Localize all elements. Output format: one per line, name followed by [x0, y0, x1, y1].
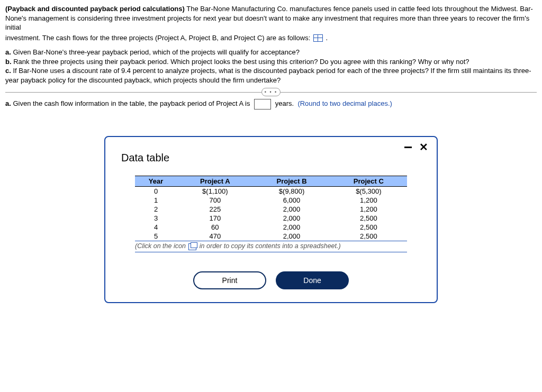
answer-hint: (Round to two decimal places.): [297, 100, 392, 108]
problem-statement: (Payback and discounted payback period c…: [5, 4, 537, 32]
table-row: 2 225 2,000 1,200: [135, 205, 407, 214]
data-table-modal: ✕ Data table Year Project A Project B Pr…: [104, 136, 438, 303]
table-row: 0 $(1,100) $(9,800) $(5,300): [135, 187, 407, 196]
expand-pill[interactable]: • • •: [261, 88, 281, 96]
problem-title: (Payback and discounted payback period c…: [5, 5, 185, 13]
question-a: a. Given Bar-None's three-year payback p…: [5, 48, 537, 57]
intro-l2-pre: investment. The cash flows for the three…: [5, 34, 312, 42]
data-table-icon[interactable]: [313, 34, 323, 42]
print-button[interactable]: Print: [193, 271, 266, 289]
question-b: b. Rank the three projects using their p…: [5, 57, 537, 67]
table-row: 4 60 2,000 2,500: [135, 223, 407, 232]
close-icon[interactable]: ✕: [419, 143, 428, 151]
col-proj-b: Project B: [253, 176, 330, 187]
question-list: a. Given Bar-None's three-year payback p…: [5, 48, 537, 85]
done-button[interactable]: Done: [276, 271, 349, 289]
minimize-icon[interactable]: [404, 147, 412, 148]
col-proj-c: Project C: [330, 176, 407, 187]
answer-pre: Given the cash flow information in the t…: [13, 100, 250, 108]
copy-icon[interactable]: [188, 243, 196, 250]
problem-statement-line2: investment. The cash flows for the three…: [5, 33, 537, 43]
intro-l2-post: .: [326, 34, 328, 42]
table-row: 3 170 2,000 2,500: [135, 214, 407, 223]
answer-label-a: a.: [5, 100, 11, 108]
answer-post: years.: [275, 100, 294, 108]
cashflow-table: Year Project A Project B Project C 0 $(1…: [135, 176, 407, 241]
table-row: 5 470 2,000 2,500: [135, 232, 407, 241]
answer-part-a: a. Given the cash flow information in th…: [5, 99, 537, 110]
table-row: 1 700 6,000 1,200: [135, 196, 407, 205]
section-divider: • • •: [5, 92, 537, 93]
question-c: c. If Bar-None uses a discount rate of 9…: [5, 66, 537, 85]
modal-title: Data table: [121, 152, 423, 164]
col-year: Year: [135, 176, 177, 187]
payback-a-input[interactable]: [254, 99, 271, 110]
table-copy-note: (Click on the icon in order to copy its …: [135, 241, 407, 252]
col-proj-a: Project A: [177, 176, 253, 187]
